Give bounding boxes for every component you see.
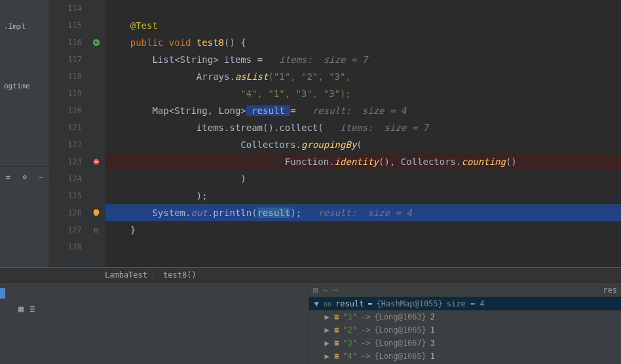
type: Function xyxy=(285,156,329,167)
type: Long xyxy=(219,105,241,116)
breadcrumb-method[interactable]: test8() xyxy=(163,270,197,280)
bulb-icon[interactable] xyxy=(87,204,105,221)
identifier: items xyxy=(219,54,257,65)
expand-icon[interactable]: ▶ xyxy=(324,352,330,361)
inlay-hint: result: size = 4 xyxy=(312,105,406,116)
identifier: result xyxy=(257,208,291,218)
line-number[interactable]: 115 xyxy=(49,17,82,34)
line-number[interactable]: 123 xyxy=(49,153,82,170)
line-number-gutter[interactable]: 114 115 116 117 118 119 120 121 122 123 … xyxy=(49,0,87,267)
annotation: @Test xyxy=(130,20,158,31)
chevron-right-icon: 〉 xyxy=(151,270,159,281)
line-number[interactable]: 125 xyxy=(49,187,82,204)
line-number[interactable]: 128 xyxy=(49,238,82,255)
fold-icon[interactable]: ⊟ xyxy=(87,221,105,238)
variable-name: result xyxy=(335,299,364,308)
arrow-icon: -> xyxy=(361,312,370,321)
field: out xyxy=(191,208,207,218)
method: collect xyxy=(279,122,318,133)
debug-panel: ▦ ≣ ▤ ← → res ▼ oo result = {HashMap@105… xyxy=(0,283,621,364)
expand-icon[interactable]: ▶ xyxy=(324,312,330,321)
variable-root[interactable]: ▼ oo result = {HashMap@1055} size = 4 xyxy=(309,297,621,310)
variables-toolbar: ▤ ← → res xyxy=(309,283,621,297)
entry-icon: ≡ xyxy=(334,352,339,361)
line-number[interactable]: 117 xyxy=(49,51,82,68)
line-number[interactable]: 127 xyxy=(49,221,82,238)
method: stream xyxy=(229,122,263,133)
active-tab-indicator xyxy=(0,288,5,299)
identifier: result xyxy=(246,105,290,116)
line-number[interactable]: 114 xyxy=(49,0,82,17)
entry-value: 1 xyxy=(430,352,435,361)
tree-item[interactable]: .Impl xyxy=(0,20,48,33)
tree-item[interactable]: ogtime xyxy=(0,79,48,93)
line-number[interactable]: 119 xyxy=(49,85,82,102)
expand-icon[interactable]: ▶ xyxy=(324,338,330,348)
line-number[interactable]: 121 xyxy=(49,119,82,136)
run-gutter-icon[interactable] xyxy=(87,34,105,51)
type: Arrays xyxy=(197,71,230,82)
method: counting xyxy=(461,156,505,167)
collapse-icon[interactable]: ▼ xyxy=(313,299,320,308)
arrow-icon: -> xyxy=(361,352,370,361)
settings-icon[interactable]: ⇄ xyxy=(6,173,10,181)
variable-entry[interactable]: ▶≡ "4" -> {Long@1065} 1 xyxy=(309,350,621,363)
minimize-icon[interactable]: — xyxy=(39,173,43,181)
variable-entry[interactable]: ▶≡ "1" -> {Long@1063} 2 xyxy=(309,310,621,323)
string: "4", "1", "3", "3"); xyxy=(240,88,351,99)
grid-icon[interactable]: ▦ xyxy=(18,304,24,314)
method: identity xyxy=(335,156,379,167)
method: groupingBy xyxy=(301,139,356,150)
tab-label[interactable]: res xyxy=(603,285,617,295)
gutter-markers[interactable]: ⊟ xyxy=(87,0,105,267)
type: System xyxy=(152,208,185,218)
gear-icon[interactable]: ⚙ xyxy=(22,173,27,181)
arrow-icon: -> xyxy=(361,325,370,335)
new-watch-icon[interactable]: ▤ xyxy=(313,285,318,295)
code-editor[interactable]: @Test public void test8() { List<String>… xyxy=(105,0,621,267)
editor-area: .Impl ogtime ⇄ ⚙ — 114 115 116 117 118 1… xyxy=(0,0,621,267)
line-number[interactable]: 124 xyxy=(49,170,82,187)
project-panel[interactable]: .Impl ogtime ⇄ ⚙ — xyxy=(0,0,49,267)
entry-key: "3" xyxy=(343,338,357,348)
variable-type: {HashMap@1055} xyxy=(377,299,443,308)
keyword: public xyxy=(130,37,169,48)
entry-icon: ≡ xyxy=(334,338,339,348)
method-name: test8 xyxy=(197,37,224,48)
entry-key: "4" xyxy=(343,352,357,361)
forward-icon[interactable]: → xyxy=(333,285,337,295)
line-number[interactable]: 126 xyxy=(49,204,82,221)
type: Map xyxy=(152,105,168,116)
line-number[interactable]: 116 xyxy=(49,34,82,51)
line-number[interactable]: 118 xyxy=(49,68,82,85)
method: println xyxy=(213,208,252,218)
type: String xyxy=(180,54,214,65)
type: Collectors xyxy=(240,139,295,150)
arrow-icon: -> xyxy=(361,338,370,348)
entry-type: {Long@1065} xyxy=(374,325,426,335)
variable-entry[interactable]: ▶≡ "2" -> {Long@1065} 1 xyxy=(309,323,621,337)
breakpoint-icon[interactable] xyxy=(87,153,105,170)
variable-entry[interactable]: ▶≡ "3" -> {Long@1067} 3 xyxy=(309,337,621,350)
back-icon[interactable]: ← xyxy=(323,285,328,295)
line-number[interactable]: 120 xyxy=(49,102,82,119)
line-number[interactable]: 122 xyxy=(49,136,82,153)
string: ("1", "2", "3", xyxy=(268,71,350,82)
variables-panel[interactable]: ▤ ← → res ▼ oo result = {HashMap@1055} s… xyxy=(309,283,621,364)
entry-icon: ≡ xyxy=(334,312,339,321)
type: String xyxy=(174,105,208,116)
frames-panel[interactable]: ▦ ≣ xyxy=(0,283,309,364)
entry-type: {Long@1063} xyxy=(374,312,426,321)
breadcrumb-class[interactable]: LambaTest xyxy=(105,270,147,280)
watch-icon: oo xyxy=(324,300,331,308)
entry-value: 2 xyxy=(430,312,435,321)
left-toolbar: ⇄ ⚙ — xyxy=(0,166,49,187)
method: asList xyxy=(235,71,269,82)
entry-value: 3 xyxy=(430,338,435,348)
keyword: void xyxy=(169,37,197,48)
expand-icon[interactable]: ▶ xyxy=(324,325,330,335)
type: Collectors xyxy=(401,156,456,167)
breadcrumb[interactable]: LambaTest 〉 test8() xyxy=(0,267,621,283)
entry-key: "2" xyxy=(343,325,357,335)
list-icon[interactable]: ≣ xyxy=(30,304,35,314)
